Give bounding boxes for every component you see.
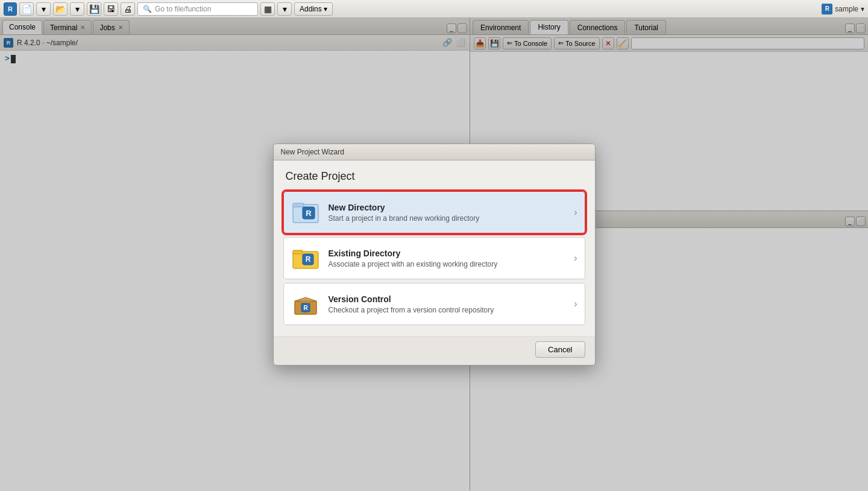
new-directory-chevron: › [574,207,577,218]
dialog-title: Create Project [283,170,585,183]
svg-text:R: R [306,209,312,218]
existing-directory-text: Existing Directory Associate a project w… [329,249,566,268]
layout-dropdown-button[interactable]: ▾ [277,2,292,16]
svg-rect-5 [293,250,303,254]
search-icon: 🔍 [143,5,152,13]
version-control-text: Version Control Checkout a project from … [329,294,566,314]
new-directory-title: New Directory [329,203,566,212]
svg-text:R: R [305,255,310,264]
print-button[interactable]: 🖨 [121,2,135,16]
open-dropdown-button[interactable]: ▾ [70,2,84,16]
open-file-button[interactable]: 📂 [53,2,68,16]
svg-text:R: R [303,305,308,311]
new-file-button[interactable]: 📄 [19,2,34,16]
dialog-footer: Cancel [274,336,595,365]
version-control-title: Version Control [329,294,566,304]
dialog-titlebar-text: New Project Wizard [281,148,344,156]
user-badge: R sample ▾ [822,4,864,14]
addins-label: Addins [300,5,322,13]
addins-button[interactable]: Addins ▾ [294,2,333,16]
new-project-dialog: New Project Wizard Create Project R [273,144,596,366]
save-button[interactable]: 💾 [87,2,101,16]
version-control-icon: R [291,290,320,318]
cancel-button[interactable]: Cancel [535,341,585,358]
user-dropdown-icon: ▾ [861,5,864,13]
layout-button[interactable]: ▦ [260,2,275,16]
version-control-chevron: › [574,299,577,309]
existing-directory-desc: Associate a project with an existing wor… [329,260,566,268]
option-existing-directory[interactable]: R Existing Directory Associate a project… [283,237,585,279]
dialog-titlebar: New Project Wizard [274,144,595,160]
existing-directory-icon: R [291,244,320,273]
existing-directory-title: Existing Directory [329,249,566,258]
version-control-desc: Checkout a project from a version contro… [329,306,566,314]
new-directory-desc: Start a project in a brand new working d… [329,214,566,223]
user-r-logo: R [822,4,832,14]
new-directory-icon: R [291,198,320,227]
existing-directory-chevron: › [574,253,577,264]
save-all-button[interactable]: 🖫 [104,2,118,16]
option-version-control[interactable]: R Version Control Checkout a project fro… [283,283,585,325]
go-to-file-placeholder: Go to file/function [155,5,211,13]
svg-rect-1 [293,203,304,207]
username-label: sample [835,5,858,13]
new-directory-text: New Directory Start a project in a brand… [329,203,566,223]
r-app-logo[interactable]: R [4,2,17,16]
top-toolbar: R 📄 ▾ 📂 ▾ 💾 🖫 🖨 🔍 Go to file/function ▦ … [0,0,868,18]
modal-overlay: New Project Wizard Create Project R [0,18,868,491]
addins-arrow-icon: ▾ [324,5,327,13]
new-dropdown-button[interactable]: ▾ [36,2,51,16]
dialog-body: Create Project R New Directory [274,160,595,336]
option-new-directory[interactable]: R New Directory Start a project in a bra… [283,191,585,233]
go-to-file-input[interactable]: 🔍 Go to file/function [137,2,258,16]
